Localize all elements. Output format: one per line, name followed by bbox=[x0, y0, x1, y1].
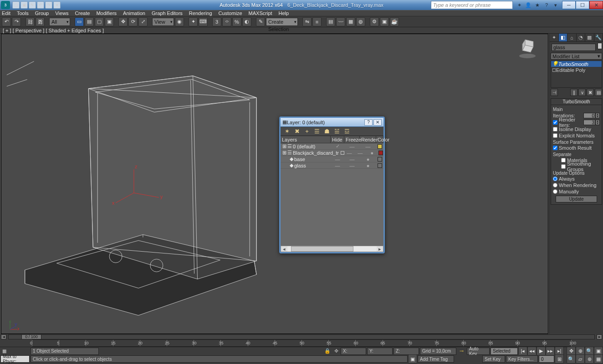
prev-frame-button[interactable]: ◂◂ bbox=[527, 347, 537, 356]
render-frame-button[interactable]: ▣ bbox=[380, 17, 389, 26]
goto-start-button[interactable]: |◂ bbox=[518, 347, 527, 356]
keyfilters-button[interactable]: Key Filters... bbox=[506, 355, 538, 363]
undo-button[interactable]: ↶ bbox=[2, 17, 11, 26]
named-selset-dropdown[interactable]: Create Selection Se bbox=[266, 18, 298, 26]
select-layer-icon[interactable]: ☰ bbox=[313, 128, 321, 135]
isoline-check[interactable]: Isoline Display bbox=[553, 126, 600, 132]
menu-grapheditors[interactable]: Graph Editors bbox=[152, 10, 183, 16]
viewport-label[interactable]: [ + ] [ Perspective ] [ Shaded + Edged F… bbox=[3, 28, 104, 33]
menu-rendering[interactable]: Rendering bbox=[189, 10, 212, 16]
schematic-button[interactable]: ▦ bbox=[346, 17, 355, 26]
unlink-button[interactable]: ⛓̸ bbox=[36, 17, 45, 26]
update-button[interactable]: Update bbox=[556, 196, 597, 202]
menu-help[interactable]: Help bbox=[279, 10, 289, 16]
col-freeze[interactable]: Freeze bbox=[344, 136, 360, 143]
qa-undo-icon[interactable]: ↶ bbox=[37, 1, 44, 9]
menu-animation[interactable]: Animation bbox=[123, 10, 145, 16]
coord-z[interactable]: Z: bbox=[393, 348, 419, 355]
menu-tools[interactable]: Tools bbox=[17, 10, 29, 16]
col-layers[interactable]: Layers bbox=[281, 136, 331, 143]
rotate-button[interactable]: ⟳ bbox=[128, 17, 138, 26]
manip-button[interactable]: ✦ bbox=[189, 17, 198, 26]
add-to-layer-icon[interactable]: + bbox=[303, 128, 311, 135]
explicit-check[interactable]: Explicit Normals bbox=[553, 132, 600, 139]
render-iters-check[interactable]: Render Iters: bbox=[553, 119, 583, 126]
render-button[interactable]: ☕ bbox=[390, 17, 399, 26]
unique-button[interactable]: ∨ bbox=[578, 89, 586, 96]
refcoord-dropdown[interactable]: View bbox=[152, 18, 174, 26]
layer-dialog-titlebar[interactable]: ▦ Layer: 0 (default) ? ✕ bbox=[281, 118, 383, 127]
anglesnap-button[interactable]: ⌔ bbox=[222, 17, 231, 26]
move-button[interactable]: ✥ bbox=[118, 17, 128, 26]
maximize-button[interactable]: ☐ bbox=[576, 1, 589, 9]
curve-editor-button[interactable]: 〰 bbox=[336, 17, 345, 26]
object-color-swatch[interactable] bbox=[598, 43, 602, 49]
show-end-button[interactable]: ∥ bbox=[570, 89, 577, 96]
scroll-right-icon[interactable]: ▸ bbox=[377, 246, 383, 252]
nav-maximize-button[interactable]: ▦ bbox=[594, 354, 603, 364]
smooth-result-check[interactable]: Smooth Result bbox=[553, 145, 600, 151]
pin-stack-button[interactable]: ⊣ bbox=[551, 89, 558, 96]
layer-row[interactable]: ⊞ ☰ Blackjack_discard_tr——● bbox=[281, 150, 383, 156]
snap3-button[interactable]: 3 bbox=[212, 17, 221, 26]
tab-motion[interactable]: ◔ bbox=[577, 34, 586, 41]
dialog-close-button[interactable]: ✕ bbox=[373, 119, 382, 126]
new-layer-icon[interactable]: ✶ bbox=[283, 128, 291, 135]
add-time-tag[interactable]: Add Time Tag bbox=[418, 355, 454, 363]
render-setup-button[interactable]: ⚙ bbox=[370, 17, 379, 26]
scroll-thumb[interactable] bbox=[291, 246, 353, 252]
keymode-dropdown[interactable]: Selected bbox=[491, 348, 518, 355]
layer-row[interactable]: ◆ base——● bbox=[281, 156, 383, 162]
modifier-list-dropdown[interactable]: Modifier List▾ bbox=[551, 53, 602, 60]
select-name-button[interactable]: ▤ bbox=[85, 17, 94, 26]
radio-when-rendering[interactable]: When Rendering bbox=[553, 182, 600, 188]
radio-manually[interactable]: Manually bbox=[553, 188, 600, 195]
mirror-button[interactable]: ⇋ bbox=[302, 17, 312, 26]
scale-button[interactable]: ⤢ bbox=[138, 17, 148, 26]
absolute-icon[interactable]: ✥ bbox=[334, 348, 338, 354]
track-prev-icon[interactable]: ◂ bbox=[1, 334, 6, 339]
timetag-icon[interactable]: ▣ bbox=[408, 354, 417, 364]
menu-views[interactable]: Views bbox=[55, 10, 68, 16]
time-slider[interactable]: ◂ 0 / 100 ▸ bbox=[0, 334, 603, 339]
iterations-spinner[interactable]: ▲▼ bbox=[595, 113, 600, 118]
spinsnap-button[interactable]: ◐ bbox=[242, 17, 251, 26]
filter-dropdown[interactable]: All bbox=[49, 18, 70, 26]
menu-edit[interactable]: Edit bbox=[2, 10, 10, 16]
hide-unhide-icon[interactable]: ☱ bbox=[333, 128, 341, 135]
comm-icon[interactable]: 👤 bbox=[525, 1, 532, 9]
coord-x[interactable]: X: bbox=[341, 348, 366, 355]
qa-save-icon[interactable]: ✎ bbox=[29, 1, 36, 9]
menu-customize[interactable]: Customize bbox=[219, 10, 242, 16]
nav-zoom2-button[interactable]: 🔍 bbox=[567, 354, 576, 364]
modifier-stack[interactable]: 💡 TurboSmooth ◻ Editable Poly bbox=[551, 61, 602, 88]
fav-icon[interactable]: ★ bbox=[534, 1, 541, 9]
col-hide[interactable]: Hide bbox=[331, 136, 344, 143]
next-frame-button[interactable]: ▸▸ bbox=[546, 347, 555, 356]
render-iters-field[interactable] bbox=[583, 120, 595, 125]
track-next-icon[interactable]: ▸ bbox=[597, 334, 602, 339]
nav-orbit-button[interactable]: ⊛ bbox=[585, 354, 594, 364]
iterations-field[interactable] bbox=[583, 113, 595, 118]
frame-indicator[interactable]: 0 / 100 bbox=[21, 334, 41, 339]
qa-more-icon[interactable]: ▾ bbox=[53, 1, 61, 9]
pivot-button[interactable]: ◉ bbox=[175, 17, 184, 26]
search-input[interactable]: Type a keyword or phrase bbox=[431, 1, 513, 9]
keymode-button[interactable]: ⌨ bbox=[199, 17, 208, 26]
setkey-button[interactable]: Set Key bbox=[482, 355, 505, 363]
menu-maxscript[interactable]: MAXScript bbox=[249, 10, 272, 16]
stack-editable-poly[interactable]: ◻ Editable Poly bbox=[551, 67, 602, 73]
highlight-layer-icon[interactable]: ☗ bbox=[323, 128, 331, 135]
layer-dialog[interactable]: ▦ Layer: 0 (default) ? ✕ ✶ ✖ + ☰ ☗ ☱ ☲ L… bbox=[279, 116, 385, 253]
layers-button[interactable]: ▤ bbox=[326, 17, 335, 26]
link-button[interactable]: ⛓ bbox=[26, 17, 35, 26]
time-ruler[interactable]: 0510152025303540455055606570758085909510… bbox=[32, 339, 571, 347]
object-name-field[interactable]: glass bbox=[552, 44, 596, 51]
tab-modify[interactable]: ◧ bbox=[559, 34, 568, 41]
nav-fov-button[interactable]: ▱ bbox=[576, 354, 585, 364]
qa-open-icon[interactable]: ▣ bbox=[20, 1, 28, 9]
time-config-button[interactable]: ⊞ bbox=[555, 354, 564, 364]
viewport-perspective[interactable]: z y x bbox=[1, 34, 548, 334]
script-listener[interactable]: Max to Physc: bbox=[0, 355, 30, 363]
sub-icon[interactable]: ✶ bbox=[516, 1, 523, 9]
